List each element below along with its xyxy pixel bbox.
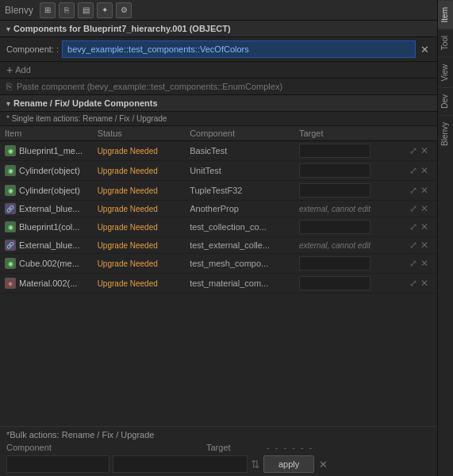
cell-item: ◉Blueprint1(col... (0, 217, 93, 237)
cell-component: AnotherProp (185, 201, 294, 217)
add-icon: + (6, 64, 13, 75)
components-section-header[interactable]: ▾ Components for Blueprint7_hierarchy.00… (0, 21, 437, 37)
apply-row: ⇅ apply ✕ (6, 455, 431, 473)
item-type-icon: ◉ (5, 258, 16, 269)
row-delete-button[interactable]: ✕ (420, 259, 429, 268)
rename-section-header[interactable]: ▾ Rename / Fix/ Update Components (0, 95, 437, 112)
row-delete-button[interactable]: ✕ (420, 186, 429, 195)
target-input[interactable] (299, 276, 370, 290)
paste-icon: ⎘ (6, 81, 12, 92)
col-header-component: Component (185, 126, 294, 141)
right-tab-view[interactable]: View (438, 57, 453, 88)
bulk-footer: *Bulk actions: Rename / Fix / Upgrade Co… (0, 426, 437, 476)
cell-component: BasicTest (185, 141, 294, 161)
cell-actions: ⤢✕ (404, 201, 437, 217)
row-expand-button[interactable]: ⤢ (409, 146, 418, 155)
target-input[interactable] (299, 144, 370, 158)
item-name: Cube.002(me... (19, 259, 79, 268)
component-label: Component: : (6, 44, 59, 54)
cell-item: ◉Cylinder(object) (0, 161, 93, 181)
cell-target (294, 217, 404, 237)
item-name: External_blue... (19, 204, 79, 213)
bulk-target-input[interactable] (113, 455, 248, 473)
item-name: Cylinder(object) (19, 166, 80, 175)
component-clear-button[interactable]: ✕ (419, 44, 431, 56)
target-input[interactable] (299, 256, 370, 271)
add-button[interactable]: + Add (6, 64, 31, 75)
toolbar-icon-bars[interactable]: ▤ (78, 2, 94, 18)
add-label: Add (15, 65, 31, 75)
row-expand-button[interactable]: ⤢ (409, 240, 418, 250)
cell-actions: ⤢✕ (404, 254, 437, 274)
status-badge: Upgrade Needed (98, 205, 158, 213)
cell-component: test_external_colle... (185, 237, 294, 254)
cell-actions: ⤢✕ (404, 217, 437, 237)
rename-section-title: Rename / Fix/ Update Components (13, 98, 158, 108)
bulk-component-input[interactable] (6, 455, 109, 473)
row-delete-button[interactable]: ✕ (420, 222, 429, 232)
bulk-title: *Bulk actions: Rename / Fix / Upgrade (6, 430, 431, 440)
toolbar-icon-spark[interactable]: ✦ (97, 2, 113, 18)
item-type-icon: ◉ (5, 221, 16, 232)
cell-target (294, 161, 404, 181)
cell-item: ◉Cylinder(object) (0, 181, 93, 201)
right-tab-item[interactable]: Item (438, 0, 453, 29)
components-table: Item Status Component Target ◉Blueprint1… (0, 126, 437, 294)
row-expand-button[interactable]: ⤢ (409, 166, 418, 175)
status-badge: Upgrade Needed (98, 186, 158, 195)
cell-target: external, cannot edit (294, 201, 404, 217)
col-header-actions (404, 126, 437, 141)
row-expand-button[interactable]: ⤢ (409, 278, 418, 288)
cell-component: test_mesh_compo... (185, 254, 294, 274)
apply-button[interactable]: apply (263, 455, 314, 473)
row-expand-button[interactable]: ⤢ (409, 259, 418, 268)
bulk-labels-row: Component Target - - - - - - (6, 443, 431, 452)
toolbar-icon-grid[interactable]: ⊞ (40, 2, 56, 18)
cell-component: UnitTest (185, 161, 294, 181)
cell-actions: ⤢✕ (404, 141, 437, 161)
row-delete-button[interactable]: ✕ (420, 240, 429, 250)
row-expand-button[interactable]: ⤢ (409, 204, 418, 213)
cell-status: Upgrade Needed (93, 217, 186, 237)
row-delete-button[interactable]: ✕ (420, 146, 429, 155)
external-text: external, cannot edit (299, 241, 370, 250)
toolbar-icons: ⊞ ⎘ ▤ ✦ ⚙ (40, 2, 132, 18)
table-row: ◉Cylinder(object)Upgrade NeededUnitTest⤢… (0, 161, 437, 181)
cell-actions: ⤢✕ (404, 181, 437, 201)
row-expand-button[interactable]: ⤢ (409, 186, 418, 195)
toolbar-icon-gear[interactable]: ⚙ (116, 2, 132, 18)
cell-item: 🔗External_blue... (0, 237, 93, 254)
row-delete-button[interactable]: ✕ (420, 278, 429, 288)
bulk-clear-button[interactable]: ✕ (317, 459, 329, 470)
cell-status: Upgrade Needed (93, 237, 186, 254)
row-expand-button[interactable]: ⤢ (409, 222, 418, 232)
toolbar-icon-copy[interactable]: ⎘ (59, 2, 75, 18)
paste-row[interactable]: ⎘ Paste component (bevy_example::test_co… (0, 79, 437, 95)
table-row: ◉Cylinder(object)Upgrade NeededTupleTest… (0, 181, 437, 201)
cell-component: test_material_com... (185, 274, 294, 294)
status-badge: Upgrade Needed (98, 147, 158, 155)
target-input[interactable] (299, 183, 370, 198)
table-row: 🔗External_blue...Upgrade NeededAnotherPr… (0, 201, 437, 217)
bulk-arrow-icon: ⇅ (251, 458, 260, 470)
cell-actions: ⤢✕ (404, 237, 437, 254)
item-name: Blueprint1_me... (19, 146, 83, 155)
item-name: Cylinder(object) (19, 186, 80, 195)
right-tab-tool[interactable]: Tool (438, 29, 453, 56)
component-input[interactable] (62, 40, 416, 58)
row-delete-button[interactable]: ✕ (420, 166, 429, 175)
right-tab-dev[interactable]: Dev (438, 87, 453, 115)
cell-item: ◉Blueprint1_me... (0, 141, 93, 161)
rename-arrow-icon: ▾ (6, 99, 10, 108)
components-table-container: Item Status Component Target ◉Blueprint1… (0, 126, 437, 426)
components-arrow-icon: ▾ (6, 25, 10, 33)
bulk-component-label: Component (6, 443, 62, 452)
item-type-icon: ◈ (5, 278, 16, 289)
target-input[interactable] (299, 163, 370, 178)
row-delete-button[interactable]: ✕ (420, 204, 429, 213)
target-input[interactable] (299, 220, 370, 234)
right-tab-blenvy[interactable]: Blenvy (438, 115, 453, 152)
cell-component: TupleTestF32 (185, 181, 294, 201)
external-text: external, cannot edit (299, 205, 370, 213)
component-input-row: Component: : ✕ (0, 37, 437, 62)
